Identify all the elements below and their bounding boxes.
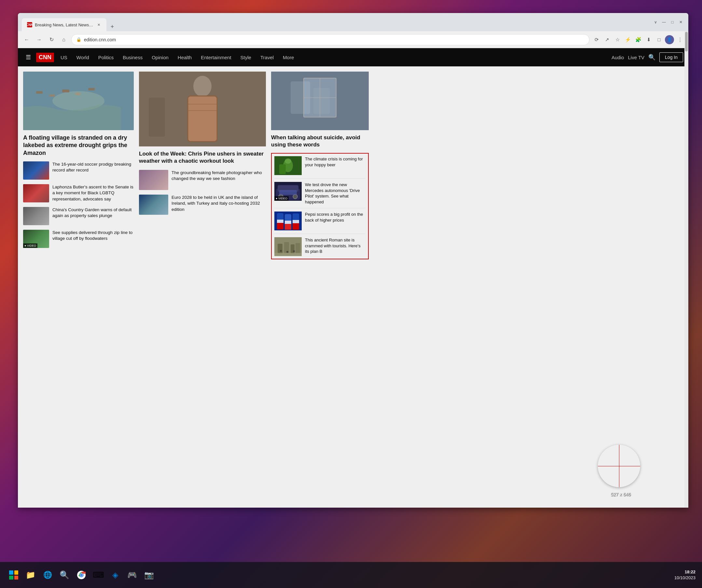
nav-item-travel[interactable]: Travel (256, 52, 277, 63)
tab-close-button[interactable]: ✕ (96, 22, 101, 27)
svg-rect-6 (88, 88, 95, 91)
cursor-size-label: 527 x 646 (610, 492, 631, 497)
right-main-story-title[interactable]: When talking about suicide, avoid using … (271, 134, 369, 148)
refresh-button[interactable]: ↻ (46, 35, 56, 44)
game-icon[interactable]: 🎮 (125, 568, 139, 582)
photographer-image (139, 170, 168, 190)
roman-story-text[interactable]: This ancient Roman site is crammed with … (305, 237, 365, 254)
hamburger-menu-icon[interactable]: ☰ (23, 51, 33, 64)
mercedes-story-text[interactable]: We test drove the new Mercedes autonomou… (305, 182, 365, 205)
photographer-story-text[interactable]: The groundbreaking female photographer w… (171, 170, 266, 182)
address-text: edition.cnn.com (84, 37, 116, 42)
cnn-logo[interactable]: CNN (36, 53, 54, 62)
forward-button[interactable]: → (34, 35, 44, 44)
audio-link[interactable]: Audio (611, 55, 624, 60)
svg-point-8 (193, 76, 212, 97)
maximize-button[interactable]: □ (669, 18, 676, 26)
search-icon[interactable]: 🔍 (648, 54, 656, 61)
new-tab-button[interactable]: + (108, 22, 117, 31)
address-bar[interactable]: 🔒 edition.cnn.com (71, 34, 589, 45)
left-column: A floating village is stranded on a dry … (23, 72, 134, 502)
taskbar-clock: 18:22 10/10/2023 (674, 569, 696, 581)
windows-square-3 (9, 576, 13, 580)
extension-icon-2[interactable]: 🧩 (634, 35, 643, 44)
file-explorer-icon[interactable]: 📁 (23, 568, 38, 582)
nav-item-more[interactable]: More (279, 52, 298, 63)
lock-icon: 🔒 (76, 37, 81, 42)
middle-main-story-title[interactable]: Look of the Week: Chris Pine ushers in s… (139, 150, 266, 165)
story-euro2028: Euro 2028 to be held in UK and the islan… (139, 195, 266, 215)
euro2028-story-text[interactable]: Euro 2028 to be held in UK and the islan… (171, 195, 266, 213)
window-controls: ∨ — □ ✕ (652, 18, 684, 26)
minimize-button[interactable]: — (660, 18, 668, 26)
svg-point-52 (80, 574, 83, 576)
nav-item-politics[interactable]: Politics (94, 52, 118, 63)
scroll-thumb[interactable] (685, 48, 688, 51)
download-icon[interactable]: ⬇ (644, 35, 653, 44)
vscode-icon[interactable]: ◈ (108, 568, 122, 582)
left-main-story-title[interactable]: A floating village is stranded on a dry … (23, 134, 134, 157)
soccer-story-text[interactable]: The 16-year-old soccer prodigy breaking … (52, 161, 134, 173)
windows-square-1 (9, 570, 13, 575)
extension-icon-1[interactable]: ⚡ (623, 35, 632, 44)
livetv-link[interactable]: Live TV (628, 55, 645, 60)
svg-rect-5 (75, 93, 80, 95)
taskbar-right: 18:22 10/10/2023 (674, 569, 696, 581)
toolbar-icons: ⟳ ↗ ☆ ⚡ 🧩 ⬇ □ 👤 ⋮ (592, 35, 684, 44)
tab-favicon: CNN (27, 22, 32, 27)
back-button[interactable]: ← (22, 35, 31, 44)
browser-window: CNN Breaking News, Latest News a... ✕ + … (18, 13, 688, 508)
story-photographer: The groundbreaking female photographer w… (139, 170, 266, 190)
active-tab[interactable]: CNN Breaking News, Latest News a... ✕ (22, 18, 106, 31)
nav-item-business[interactable]: Business (119, 52, 146, 63)
story-mercedes: ● VIDEO We test drove the new Mercedes a… (274, 182, 365, 208)
tab-bar: CNN Breaking News, Latest News a... ✕ + (22, 13, 117, 31)
bookmark-icon[interactable]: ☆ (613, 35, 622, 44)
search-taskbar-icon[interactable]: 🔍 (57, 568, 72, 582)
country-garden-story-text[interactable]: China's Country Garden warns of default … (52, 207, 134, 219)
pepsi-story-text[interactable]: Pepsi scores a big profit on the back of… (305, 212, 365, 223)
taskbar-time-display: 18:22 (674, 569, 696, 575)
chrome-icon[interactable] (74, 568, 89, 582)
svg-rect-29 (279, 190, 297, 195)
terminal-icon[interactable]: ⌨ (91, 568, 105, 582)
euro2028-image (139, 195, 168, 215)
cnn-page: ☰ CNN US World Politics Business Opinion… (18, 48, 688, 508)
zipline-story-text[interactable]: See supplies delivered through zip line … (52, 230, 134, 241)
profile-avatar[interactable]: 👤 (665, 35, 674, 44)
start-button[interactable] (6, 568, 21, 582)
pepsi-image (274, 212, 302, 230)
close-button[interactable]: ✕ (677, 18, 684, 26)
browser-taskbar-icon[interactable]: 🌐 (40, 568, 55, 582)
home-button[interactable]: ⌂ (59, 35, 69, 44)
nav-item-entertainment[interactable]: Entertainment (197, 52, 235, 63)
svg-rect-48 (274, 253, 302, 256)
cursor-overlay: 527 x 646 (598, 445, 644, 490)
nav-links: US World Politics Business Opinion Healt… (56, 52, 611, 63)
crosshair-vertical (619, 445, 619, 487)
sidebar-stories-container: The climate crisis is coming for your ho… (271, 153, 369, 259)
camera-icon[interactable]: 📷 (142, 568, 156, 582)
beer-story-text[interactable]: The climate crisis is coming for your ho… (305, 156, 365, 167)
nav-item-health[interactable]: Health (174, 52, 196, 63)
share-icon[interactable]: ↗ (602, 35, 611, 44)
split-icon[interactable]: □ (655, 35, 664, 44)
story-pepsi: Pepsi scores a big profit on the back of… (274, 212, 365, 234)
cursor-circle (598, 445, 640, 487)
scrollbar[interactable] (684, 48, 688, 508)
menu-icon[interactable]: ⋮ (675, 35, 684, 44)
senate-story-text[interactable]: Laphonza Butler's ascent to the Senate i… (52, 184, 134, 202)
svg-point-46 (286, 251, 288, 253)
story-roman: This ancient Roman site is crammed with … (274, 237, 365, 256)
nav-item-world[interactable]: World (73, 52, 93, 63)
story-senate: Laphonza Butler's ascent to the Senate i… (23, 184, 134, 202)
svg-rect-13 (149, 98, 165, 137)
login-button[interactable]: Log In (659, 52, 683, 62)
svg-rect-36 (285, 224, 291, 230)
translate-icon[interactable]: ⟳ (592, 35, 601, 44)
nav-item-opinion[interactable]: Opinion (148, 52, 172, 63)
nav-item-style[interactable]: Style (237, 52, 255, 63)
svg-rect-39 (292, 223, 299, 230)
nav-item-us[interactable]: US (56, 52, 71, 63)
suicide-awareness-image (271, 72, 369, 130)
